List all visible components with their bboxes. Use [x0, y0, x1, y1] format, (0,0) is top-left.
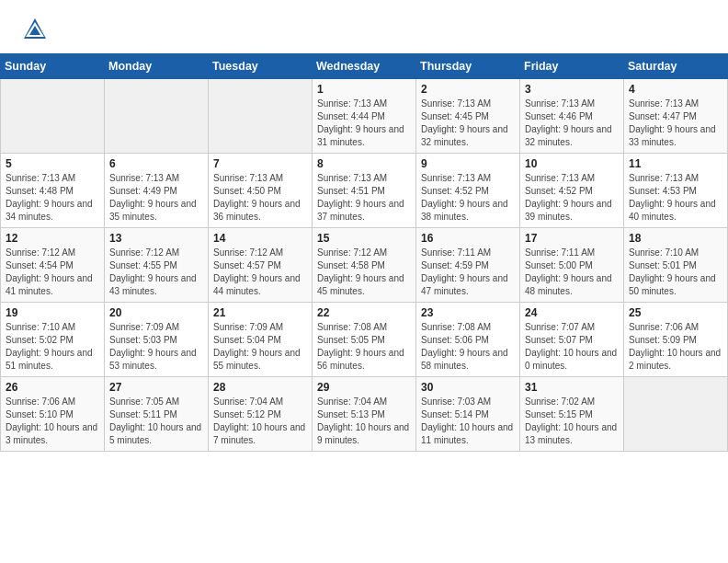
day-number: 6	[109, 157, 203, 170]
day-info: Sunrise: 7:04 AM Sunset: 5:13 PM Dayligh…	[317, 396, 411, 447]
day-number: 13	[109, 232, 203, 245]
day-number: 19	[6, 306, 99, 319]
day-number: 10	[525, 157, 619, 170]
day-cell	[105, 79, 209, 154]
day-info: Sunrise: 7:13 AM Sunset: 4:51 PM Dayligh…	[317, 172, 411, 224]
day-number: 27	[109, 381, 203, 394]
day-info: Sunrise: 7:10 AM Sunset: 5:02 PM Dayligh…	[6, 321, 99, 373]
logo-icon	[22, 17, 48, 42]
day-cell: 9Sunrise: 7:13 AM Sunset: 4:52 PM Daylig…	[416, 154, 520, 228]
day-number: 15	[317, 232, 411, 245]
day-cell: 6Sunrise: 7:13 AM Sunset: 4:49 PM Daylig…	[105, 154, 209, 228]
day-info: Sunrise: 7:08 AM Sunset: 5:05 PM Dayligh…	[317, 321, 411, 373]
day-info: Sunrise: 7:13 AM Sunset: 4:53 PM Dayligh…	[629, 172, 722, 224]
day-cell: 13Sunrise: 7:12 AM Sunset: 4:55 PM Dayli…	[105, 228, 209, 303]
day-number: 17	[525, 232, 619, 245]
day-cell: 27Sunrise: 7:05 AM Sunset: 5:11 PM Dayli…	[105, 377, 209, 452]
day-cell: 3Sunrise: 7:13 AM Sunset: 4:46 PM Daylig…	[520, 79, 624, 154]
day-info: Sunrise: 7:09 AM Sunset: 5:04 PM Dayligh…	[213, 321, 307, 373]
week-row-1: 1Sunrise: 7:13 AM Sunset: 4:44 PM Daylig…	[1, 79, 728, 154]
day-number: 8	[317, 157, 411, 170]
day-info: Sunrise: 7:11 AM Sunset: 5:00 PM Dayligh…	[525, 247, 619, 298]
day-info: Sunrise: 7:13 AM Sunset: 4:45 PM Dayligh…	[421, 98, 515, 149]
day-cell: 2Sunrise: 7:13 AM Sunset: 4:45 PM Daylig…	[416, 79, 520, 154]
day-cell: 29Sunrise: 7:04 AM Sunset: 5:13 PM Dayli…	[313, 377, 416, 452]
day-number: 1	[317, 83, 411, 96]
day-number: 28	[213, 381, 307, 394]
day-number: 23	[421, 306, 515, 319]
week-row-2: 5Sunrise: 7:13 AM Sunset: 4:48 PM Daylig…	[1, 154, 728, 228]
day-info: Sunrise: 7:02 AM Sunset: 5:15 PM Dayligh…	[525, 396, 619, 447]
week-row-3: 12Sunrise: 7:12 AM Sunset: 4:54 PM Dayli…	[1, 228, 728, 303]
day-cell: 5Sunrise: 7:13 AM Sunset: 4:48 PM Daylig…	[1, 154, 105, 228]
day-info: Sunrise: 7:13 AM Sunset: 4:47 PM Dayligh…	[629, 98, 722, 149]
day-cell: 12Sunrise: 7:12 AM Sunset: 4:54 PM Dayli…	[1, 228, 105, 303]
day-cell: 17Sunrise: 7:11 AM Sunset: 5:00 PM Dayli…	[520, 228, 624, 303]
day-number: 11	[629, 157, 722, 170]
day-cell: 26Sunrise: 7:06 AM Sunset: 5:10 PM Dayli…	[1, 377, 105, 452]
day-cell: 22Sunrise: 7:08 AM Sunset: 5:05 PM Dayli…	[313, 303, 416, 377]
day-cell: 7Sunrise: 7:13 AM Sunset: 4:50 PM Daylig…	[209, 154, 313, 228]
day-cell	[1, 79, 105, 154]
day-number: 4	[629, 83, 722, 96]
weekday-header-monday: Monday	[105, 54, 209, 79]
day-cell: 19Sunrise: 7:10 AM Sunset: 5:02 PM Dayli…	[1, 303, 105, 377]
day-info: Sunrise: 7:13 AM Sunset: 4:44 PM Dayligh…	[317, 98, 411, 149]
logo	[22, 17, 51, 42]
day-info: Sunrise: 7:13 AM Sunset: 4:48 PM Dayligh…	[6, 172, 99, 224]
day-info: Sunrise: 7:12 AM Sunset: 4:57 PM Dayligh…	[213, 247, 307, 298]
day-number: 5	[6, 157, 99, 170]
day-info: Sunrise: 7:13 AM Sunset: 4:50 PM Dayligh…	[213, 172, 307, 224]
day-info: Sunrise: 7:03 AM Sunset: 5:14 PM Dayligh…	[421, 396, 515, 447]
day-cell: 28Sunrise: 7:04 AM Sunset: 5:12 PM Dayli…	[209, 377, 313, 452]
day-number: 21	[213, 306, 307, 319]
day-cell: 1Sunrise: 7:13 AM Sunset: 4:44 PM Daylig…	[313, 79, 416, 154]
week-row-5: 26Sunrise: 7:06 AM Sunset: 5:10 PM Dayli…	[1, 377, 728, 452]
day-info: Sunrise: 7:12 AM Sunset: 4:54 PM Dayligh…	[6, 247, 99, 298]
day-number: 24	[525, 306, 619, 319]
weekday-header-thursday: Thursday	[416, 54, 520, 79]
header	[0, 0, 728, 50]
day-number: 3	[525, 83, 619, 96]
day-cell: 21Sunrise: 7:09 AM Sunset: 5:04 PM Dayli…	[209, 303, 313, 377]
day-number: 30	[421, 381, 515, 394]
day-cell: 30Sunrise: 7:03 AM Sunset: 5:14 PM Dayli…	[416, 377, 520, 452]
day-number: 2	[421, 83, 515, 96]
page: SundayMondayTuesdayWednesdayThursdayFrid…	[0, 0, 728, 563]
weekday-header-saturday: Saturday	[624, 54, 728, 79]
day-info: Sunrise: 7:06 AM Sunset: 5:09 PM Dayligh…	[629, 321, 722, 373]
day-cell: 31Sunrise: 7:02 AM Sunset: 5:15 PM Dayli…	[520, 377, 624, 452]
day-number: 31	[525, 381, 619, 394]
day-cell: 23Sunrise: 7:08 AM Sunset: 5:06 PM Dayli…	[416, 303, 520, 377]
day-cell: 11Sunrise: 7:13 AM Sunset: 4:53 PM Dayli…	[624, 154, 728, 228]
day-number: 16	[421, 232, 515, 245]
day-cell: 10Sunrise: 7:13 AM Sunset: 4:52 PM Dayli…	[520, 154, 624, 228]
day-info: Sunrise: 7:13 AM Sunset: 4:46 PM Dayligh…	[525, 98, 619, 149]
day-number: 9	[421, 157, 515, 170]
weekday-header-row: SundayMondayTuesdayWednesdayThursdayFrid…	[1, 54, 728, 79]
day-cell: 8Sunrise: 7:13 AM Sunset: 4:51 PM Daylig…	[313, 154, 416, 228]
day-cell: 20Sunrise: 7:09 AM Sunset: 5:03 PM Dayli…	[105, 303, 209, 377]
day-number: 12	[6, 232, 99, 245]
day-number: 7	[213, 157, 307, 170]
day-info: Sunrise: 7:08 AM Sunset: 5:06 PM Dayligh…	[421, 321, 515, 373]
weekday-header-friday: Friday	[520, 54, 624, 79]
weekday-header-tuesday: Tuesday	[209, 54, 313, 79]
day-info: Sunrise: 7:07 AM Sunset: 5:07 PM Dayligh…	[525, 321, 619, 373]
day-info: Sunrise: 7:12 AM Sunset: 4:55 PM Dayligh…	[109, 247, 203, 298]
day-cell	[209, 79, 313, 154]
day-cell: 24Sunrise: 7:07 AM Sunset: 5:07 PM Dayli…	[520, 303, 624, 377]
weekday-header-wednesday: Wednesday	[313, 54, 416, 79]
day-info: Sunrise: 7:13 AM Sunset: 4:52 PM Dayligh…	[421, 172, 515, 224]
day-number: 14	[213, 232, 307, 245]
day-cell: 4Sunrise: 7:13 AM Sunset: 4:47 PM Daylig…	[624, 79, 728, 154]
day-info: Sunrise: 7:11 AM Sunset: 4:59 PM Dayligh…	[421, 247, 515, 298]
day-info: Sunrise: 7:06 AM Sunset: 5:10 PM Dayligh…	[6, 396, 99, 447]
day-info: Sunrise: 7:13 AM Sunset: 4:52 PM Dayligh…	[525, 172, 619, 224]
day-cell: 18Sunrise: 7:10 AM Sunset: 5:01 PM Dayli…	[624, 228, 728, 303]
day-info: Sunrise: 7:05 AM Sunset: 5:11 PM Dayligh…	[109, 396, 203, 447]
day-number: 25	[629, 306, 722, 319]
day-cell: 14Sunrise: 7:12 AM Sunset: 4:57 PM Dayli…	[209, 228, 313, 303]
day-info: Sunrise: 7:13 AM Sunset: 4:49 PM Dayligh…	[109, 172, 203, 224]
day-number: 22	[317, 306, 411, 319]
